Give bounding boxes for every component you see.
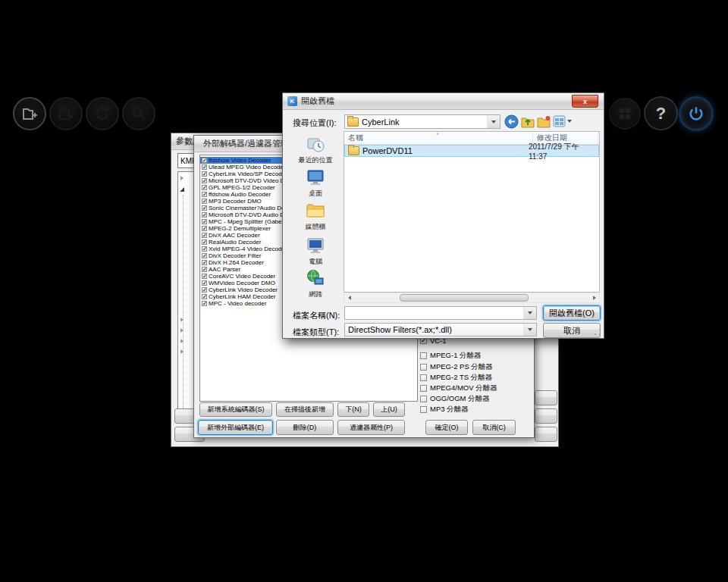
checkbox-icon[interactable] [202, 246, 207, 252]
dropdown-button[interactable] [487, 115, 500, 128]
tree-collapsed-icon[interactable] [180, 328, 184, 333]
add-media-folder-button[interactable] [13, 97, 46, 130]
checkbox-icon[interactable] [420, 374, 427, 381]
sidebar-item-computer[interactable]: 電腦 [287, 236, 344, 267]
ok-button[interactable]: 確定(O) [425, 420, 468, 435]
column-header-name[interactable]: 名稱 ▲ [344, 132, 533, 144]
file-type-label: 檔案類型(T): [293, 327, 339, 338]
add-system-codec-button[interactable]: 新增系統編碼器(S) [199, 402, 272, 417]
folder-icon [347, 117, 359, 127]
sidebar-item-recent-places[interactable]: 最近的位置 [287, 134, 344, 165]
file-type-combobox[interactable]: DirectShow Filters(*.ax;*.dll) [344, 323, 537, 336]
filter-properties-button[interactable]: 過濾器屬性(P) [337, 420, 405, 435]
tree-collapsed-icon[interactable] [180, 349, 184, 354]
search-button[interactable] [122, 97, 155, 130]
sidebar-item-libraries[interactable]: 媒體櫃 [287, 201, 344, 232]
splitter-checkbox-row[interactable]: OGG/OGM 分離器 [420, 394, 490, 404]
back-button[interactable] [504, 114, 519, 132]
move-down-button[interactable]: 下(N) [337, 402, 369, 417]
remove-media-folder-button[interactable] [49, 97, 83, 130]
horizontal-scrollbar[interactable] [344, 293, 600, 303]
scroll-right-arrow[interactable] [589, 296, 599, 300]
new-folder-button[interactable] [537, 115, 551, 131]
dropdown-button[interactable] [523, 324, 536, 336]
scrollbar-thumb[interactable] [400, 294, 529, 302]
checkbox-icon[interactable] [202, 260, 207, 265]
network-icon [306, 268, 325, 288]
checkbox-icon[interactable] [420, 385, 427, 392]
prefs-partial-button[interactable] [535, 427, 557, 442]
checkbox-icon[interactable] [420, 406, 427, 413]
up-one-level-button[interactable] [521, 115, 535, 131]
checkbox-icon[interactable] [202, 164, 207, 170]
splitter-checkbox-row[interactable]: MP3 分離器 [420, 405, 469, 415]
file-name-label: 檔案名稱(N): [293, 310, 340, 321]
splitter-checkbox-row[interactable]: MPEG-2 PS 分離器 [420, 362, 493, 372]
splitter-checkbox-row[interactable]: MPEG-1 分離器 [420, 351, 482, 361]
checkbox-icon[interactable] [202, 301, 207, 306]
tree-collapsed-icon[interactable] [180, 318, 184, 322]
checkbox-icon[interactable] [202, 253, 207, 258]
splitter-checkbox-row[interactable]: MPEG-2 TS 分離器 [420, 373, 492, 383]
checkbox-icon[interactable] [420, 396, 427, 402]
views-dropdown-icon [567, 120, 572, 123]
add-after-scan-button[interactable]: 在掃描後新增 [276, 402, 334, 417]
close-button[interactable]: x [572, 95, 598, 108]
move-up-button[interactable]: 上(U) [373, 402, 405, 417]
checkbox-icon[interactable] [202, 212, 207, 217]
checkbox-icon[interactable] [202, 274, 207, 279]
checkbox-icon[interactable] [202, 199, 207, 204]
delete-button[interactable]: 刪除(D) [276, 420, 334, 435]
power-button[interactable] [679, 96, 714, 131]
checkbox-icon[interactable] [202, 226, 207, 231]
checkbox-icon[interactable] [202, 205, 207, 211]
checkbox-icon[interactable] [202, 239, 207, 245]
checkbox-icon[interactable] [202, 267, 207, 272]
checkbox-icon[interactable] [202, 287, 207, 293]
checkbox-icon[interactable] [202, 171, 207, 177]
open-dialog-titlebar[interactable]: K 開啟舊檔 [283, 93, 604, 110]
views-icon [553, 115, 566, 127]
refresh-button[interactable] [86, 97, 119, 130]
checkbox-icon[interactable] [202, 294, 207, 299]
cancel-button[interactable]: 取消(C) [472, 420, 516, 435]
sidebar-item-network[interactable]: 網路 [287, 268, 344, 299]
new-folder-icon [537, 115, 551, 128]
dropdown-button[interactable] [523, 307, 536, 319]
scroll-left-arrow[interactable] [344, 296, 354, 300]
checkbox-icon[interactable] [202, 280, 207, 286]
add-external-codec-button[interactable]: 新增外部編碼器(E) [198, 420, 273, 435]
file-row-selected[interactable]: PowerDVD11 2011/7/29 下午 11:37 [344, 145, 599, 157]
checkbox-icon[interactable] [202, 233, 207, 238]
power-icon [687, 105, 705, 123]
views-button[interactable] [553, 115, 572, 127]
file-date: 2011/7/29 下午 11:37 [529, 142, 598, 161]
grid-view-button[interactable] [609, 98, 641, 130]
splitter-checkbox-row[interactable]: MPEG4/MOV 分離器 [420, 383, 497, 393]
look-in-combobox[interactable]: CyberLink [344, 114, 500, 129]
prefs-partial-button[interactable] [535, 408, 557, 424]
resize-grip[interactable] [593, 327, 602, 336]
up-folder-icon [521, 115, 535, 128]
tree-expanded-icon[interactable] [180, 187, 184, 192]
help-button[interactable]: ? [644, 96, 678, 130]
checkbox-icon[interactable] [420, 364, 427, 371]
file-list-panel: 名稱 ▲ 修改日期 PowerDVD11 2011/7/29 下午 11:37 [344, 131, 600, 293]
prefs-partial-button[interactable] [535, 390, 557, 405]
checkbox-icon[interactable] [202, 192, 207, 197]
checkbox-icon[interactable] [202, 178, 207, 183]
desktop-icon [306, 167, 325, 187]
checkbox-icon[interactable] [202, 158, 207, 163]
refresh-icon [93, 105, 111, 123]
search-icon [130, 105, 148, 123]
tree-collapsed-icon[interactable] [180, 339, 184, 343]
sidebar-item-desktop[interactable]: 桌面 [287, 167, 344, 199]
checkbox-icon[interactable] [420, 352, 427, 359]
file-name: PowerDVD11 [362, 146, 413, 155]
checkbox-icon[interactable] [202, 219, 207, 224]
tree-collapsed-icon[interactable] [180, 176, 184, 180]
cancel-button[interactable]: 取消 [543, 323, 601, 338]
open-button[interactable]: 開啟舊檔(O) [543, 305, 601, 321]
file-name-combobox[interactable] [344, 306, 537, 320]
checkbox-icon[interactable] [202, 185, 207, 190]
